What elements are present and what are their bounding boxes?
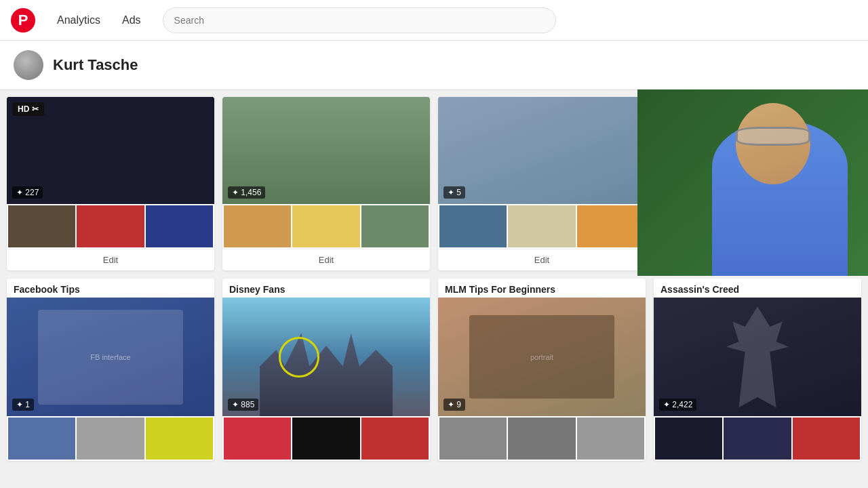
board-thumb xyxy=(77,418,144,460)
search-input[interactable] xyxy=(163,7,556,33)
board-thumb xyxy=(655,418,722,460)
board-thumb xyxy=(793,418,860,460)
board-thumb xyxy=(292,205,359,247)
board-thumb xyxy=(224,418,291,460)
board-thumb xyxy=(724,418,791,460)
main-nav: Analytics Ads xyxy=(49,9,149,32)
board-thumbnails xyxy=(438,204,646,249)
board-thumbnails xyxy=(7,204,214,249)
board-thumb xyxy=(508,205,575,247)
profile-section: Kurt Tasche xyxy=(0,41,868,90)
board-edit-button[interactable]: Edit xyxy=(438,249,646,270)
board-main-image: HD ✂ ✦ 227 xyxy=(7,97,214,204)
pinterest-logo[interactable]: P xyxy=(11,8,35,33)
pin-count: ✦ 9 xyxy=(443,399,465,411)
header: P Analytics Ads xyxy=(0,0,868,41)
board-thumb xyxy=(439,418,507,460)
board-card: Facebook Tips FB interface ✦ 1 xyxy=(7,279,214,461)
board-main-image: ✦ 5 xyxy=(438,97,646,204)
board-thumb xyxy=(577,418,644,460)
board-thumb xyxy=(224,205,291,247)
profile-name: Kurt Tasche xyxy=(53,56,138,74)
nav-ads[interactable]: Ads xyxy=(114,9,149,32)
board-title: MLM Tips For Beginners xyxy=(438,279,646,298)
board-thumbnails xyxy=(7,416,214,461)
board-thumb xyxy=(8,418,75,460)
board-main-image: ✦ 2,422 xyxy=(654,298,861,416)
board-card: MLM Tips For Beginners portrait ✦ 9 xyxy=(438,279,646,461)
board-main-image: FB interface ✦ 1 xyxy=(7,298,214,416)
board-thumb xyxy=(439,205,507,247)
board-title: Assassin's Creed xyxy=(654,279,861,298)
board-thumb xyxy=(77,205,144,247)
pin-count: ✦ 885 xyxy=(228,399,258,411)
video-overlay xyxy=(637,90,868,276)
pin-count: ✦ 2,422 xyxy=(659,399,696,411)
board-card: Assassin's Creed ✦ 2,422 xyxy=(654,279,861,461)
board-thumb xyxy=(146,205,213,247)
board-edit-button[interactable]: Edit xyxy=(7,249,214,270)
board-thumbnails xyxy=(438,416,646,461)
board-main-image: portrait ✦ 9 xyxy=(438,298,646,416)
avatar[interactable] xyxy=(14,50,43,80)
pin-count: ✦ 1 xyxy=(12,399,34,411)
board-card: HD ✂ ✦ 227 Edit xyxy=(7,97,214,270)
board-thumb xyxy=(508,418,575,460)
avatar-image xyxy=(14,50,43,80)
board-thumb xyxy=(361,205,429,247)
board-thumb xyxy=(361,418,429,460)
board-thumbnails xyxy=(222,416,430,461)
board-main-image: ✦ 1,456 xyxy=(222,97,430,204)
board-thumb xyxy=(146,418,213,460)
board-thumb xyxy=(577,205,644,247)
board-thumb xyxy=(292,418,359,460)
board-thumbnails xyxy=(654,416,861,461)
pin-count: ✦ 1,456 xyxy=(228,186,265,199)
board-edit-button[interactable]: Edit xyxy=(222,249,430,270)
pin-count: ✦ 5 xyxy=(443,186,465,199)
board-title: Disney Fans xyxy=(222,279,430,298)
board-card: ✦ 1,456 Edit xyxy=(222,97,430,270)
board-thumbnails xyxy=(222,204,430,249)
board-card: ✦ 5 Edit xyxy=(438,97,646,270)
board-card: Disney Fans ✦ 885 xyxy=(222,279,430,461)
board-thumb xyxy=(8,205,75,247)
board-main-image: ✦ 885 xyxy=(222,298,430,416)
boards-row-2: Facebook Tips FB interface ✦ 1 xyxy=(7,279,861,461)
pin-count: ✦ 227 xyxy=(12,186,43,199)
board-title: Facebook Tips xyxy=(7,279,214,298)
nav-analytics[interactable]: Analytics xyxy=(49,9,108,32)
